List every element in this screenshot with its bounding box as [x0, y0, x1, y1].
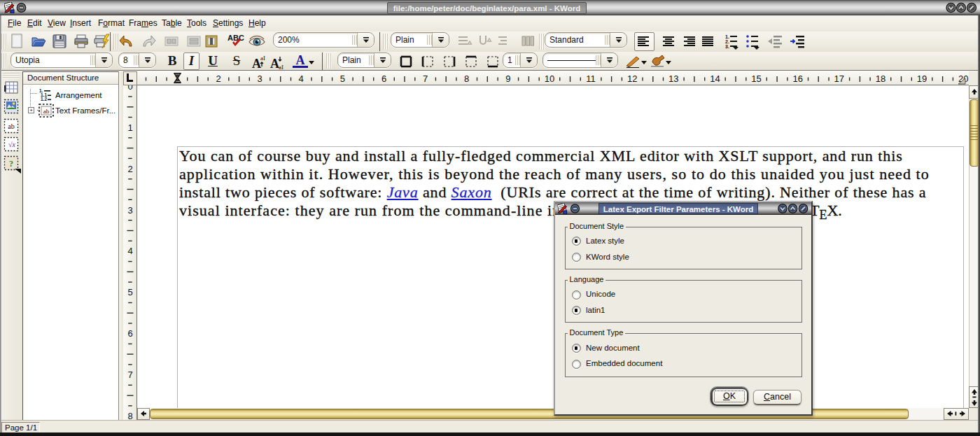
svg-text:6: 6 [127, 328, 132, 339]
svg-text:1: 1 [127, 122, 132, 133]
svg-text:11: 11 [586, 73, 596, 84]
svg-text:5: 5 [340, 73, 345, 84]
svg-text:5: 5 [127, 287, 132, 297]
svg-text:7: 7 [127, 370, 132, 380]
svg-text:0: 0 [127, 85, 132, 92]
svg-text:aI: aI [260, 55, 265, 62]
svg-text:1.2: 1.2 [41, 97, 47, 101]
svg-text:18: 18 [876, 73, 886, 84]
svg-text:16: 16 [792, 73, 802, 84]
svg-text:7: 7 [423, 73, 428, 84]
svg-text:√x: √x [8, 141, 15, 148]
svg-text:1.: 1. [725, 34, 729, 39]
svg-text:4: 4 [127, 246, 132, 256]
svg-text:aI: aI [279, 64, 284, 70]
svg-text:?: ? [9, 159, 13, 169]
svg-text:17: 17 [834, 73, 844, 84]
svg-text:3: 3 [127, 205, 132, 216]
svg-text:10: 10 [545, 73, 554, 84]
svg-text:15: 15 [751, 73, 761, 84]
svg-text:4: 4 [299, 73, 304, 84]
svg-text:2: 2 [127, 164, 132, 174]
svg-text:6: 6 [382, 73, 386, 84]
svg-text:12: 12 [627, 73, 637, 84]
svg-text:2.: 2. [725, 39, 729, 44]
svg-text:19: 19 [917, 73, 927, 84]
svg-text:ab: ab [8, 122, 14, 130]
svg-text:ABC: ABC [227, 34, 244, 42]
svg-text:8: 8 [127, 411, 132, 420]
svg-text:3.: 3. [725, 44, 729, 49]
svg-text:14: 14 [710, 73, 720, 84]
svg-text:8: 8 [464, 73, 469, 84]
svg-text:13: 13 [668, 73, 678, 84]
svg-text:ab: ab [43, 108, 50, 115]
svg-text:3: 3 [257, 73, 262, 84]
svg-text:2: 2 [216, 73, 220, 84]
svg-text:9: 9 [505, 73, 510, 84]
